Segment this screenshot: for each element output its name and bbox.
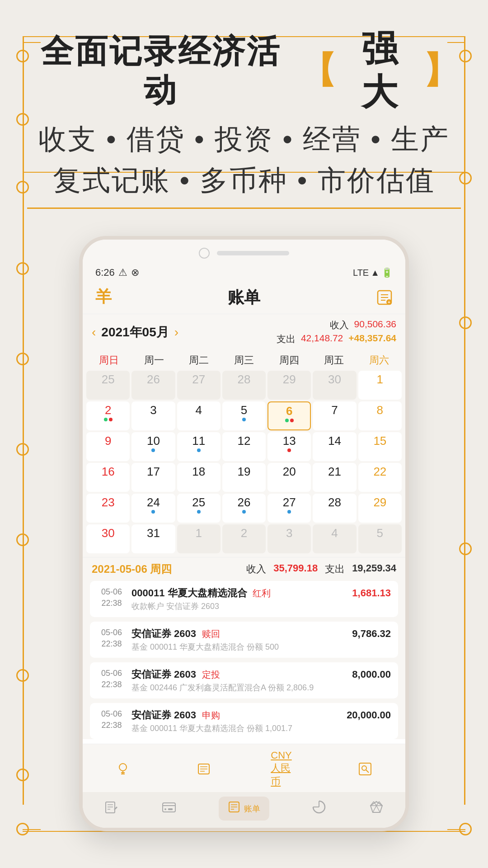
warning-icon: ⚠ [118, 267, 127, 278]
svg-point-16 [362, 766, 366, 770]
nav-bill-active[interactable]: 账单 [219, 797, 269, 821]
cal-cell[interactable]: 31 [131, 524, 175, 553]
cal-cell[interactable]: 12 [222, 432, 266, 461]
tx-sub: 基金 002446 广发利鑫灵活配置混合A 份额 2,806.9 [131, 682, 391, 693]
cal-cell[interactable]: 30 [86, 524, 130, 553]
headline-line2: 收支 • 借贷 • 投资 • 经营 • 生产 [27, 121, 461, 158]
cal-cell[interactable]: 5 [358, 524, 402, 553]
next-month-button[interactable]: › [174, 325, 178, 340]
tx-body: 安信证券 2603 定投 8,000.00 基金 002446 广发利鑫灵活配置… [131, 668, 391, 693]
accounts-icon [161, 799, 177, 818]
nav-edit[interactable] [104, 799, 119, 818]
tx-name: 安信证券 2603 [131, 669, 196, 680]
cal-cell[interactable]: 9 [86, 432, 130, 461]
sel-expense-label: 支出 [325, 562, 345, 576]
nav-bill[interactable]: 账单 [219, 797, 269, 821]
income-value: 90,506.36 [354, 319, 396, 331]
cal-cell[interactable]: 13 [267, 432, 311, 461]
balance-value: +48,357.64 [348, 333, 396, 345]
transaction-item[interactable]: 05-06 22:38 安信证券 2603 赎回 9,786.32 基金 000… [90, 622, 398, 658]
cal-cell[interactable]: 14 [313, 432, 356, 461]
nav-stats[interactable] [311, 799, 327, 818]
cal-cell[interactable]: 20 [267, 463, 311, 492]
bill-icon [228, 800, 240, 817]
svg-rect-25 [168, 808, 173, 810]
cal-cell[interactable]: 7 [313, 401, 356, 430]
cal-cell[interactable]: 28 [222, 371, 266, 400]
cal-cell[interactable]: 5 [222, 401, 266, 430]
cal-cell[interactable]: 17 [131, 463, 175, 492]
cal-cell[interactable]: 16 [86, 463, 130, 492]
nav-accounts[interactable] [161, 799, 177, 818]
cal-cell[interactable]: 29 [267, 371, 311, 400]
svg-rect-22 [163, 803, 175, 812]
cal-cell-today[interactable]: 6 [267, 401, 311, 430]
cal-cell[interactable]: 15 [358, 432, 402, 461]
nav-premium[interactable] [369, 799, 384, 818]
transaction-item[interactable]: 05-06 22:38 安信证券 2603 定投 8,000.00 基金 002… [90, 662, 398, 698]
headline-prefix: 全面记录经济活动 [27, 32, 295, 110]
currency-label[interactable]: CNY 人民币 [271, 750, 298, 788]
tx-name: 000011 华夏大盘精选混合 [131, 587, 247, 599]
cal-cell[interactable]: 2 [222, 524, 266, 553]
selected-date-stats: 收入 35,799.18 支出 19,259.34 [246, 562, 396, 576]
cal-cell[interactable]: 28 [313, 494, 356, 523]
cal-cell[interactable]: 10 [131, 432, 175, 461]
cal-cell[interactable]: 23 [86, 494, 130, 523]
transaction-list: 05-06 22:38 000011 华夏大盘精选混合 红利 1,681.13 … [83, 581, 405, 739]
cal-cell[interactable]: 19 [222, 463, 266, 492]
bottom-toolbar: CNY 人民币 [83, 744, 405, 792]
cal-cell[interactable]: 3 [131, 401, 175, 430]
transaction-item[interactable]: 05-06 22:38 安信证券 2603 申购 20,000.00 基金 00… [90, 703, 398, 739]
svg-text:+: + [388, 300, 390, 305]
search-button[interactable] [352, 762, 379, 776]
status-time: 6:26 [95, 267, 115, 278]
currency-button[interactable]: CNY 人民币 [271, 750, 298, 788]
tx-amount: 1,681.13 [352, 587, 391, 599]
cal-cell[interactable]: 26 [222, 494, 266, 523]
cal-cell[interactable]: 21 [313, 463, 356, 492]
cal-cell[interactable]: 4 [313, 524, 356, 553]
cal-cell[interactable]: 4 [177, 401, 221, 430]
cal-cell[interactable]: 26 [131, 371, 175, 400]
cal-cell[interactable]: 8 [358, 401, 402, 430]
svg-point-24 [164, 808, 166, 810]
cal-cell[interactable]: 27 [177, 371, 221, 400]
cal-cell[interactable]: 1 [358, 371, 402, 400]
sel-income-label: 收入 [246, 562, 266, 576]
weekday-tue: 周二 [176, 350, 221, 371]
cal-cell[interactable]: 30 [313, 371, 356, 400]
prev-month-button[interactable]: ‹ [92, 325, 96, 340]
svg-line-34 [373, 806, 376, 812]
cal-cell[interactable]: 24 [131, 494, 175, 523]
tx-time: 05-06 22:38 [97, 627, 126, 650]
edit-icon [104, 799, 119, 818]
cal-cell[interactable]: 11 [177, 432, 221, 461]
calendar: 周日 周一 周二 周三 周四 周五 周六 25 26 27 28 29 30 1… [83, 350, 405, 557]
app-logo[interactable]: 羊 [94, 286, 113, 309]
calendar-body[interactable]: 25 26 27 28 29 30 1 2 3 4 5 6 [86, 371, 402, 553]
headline-strong: 强大 [343, 27, 418, 114]
bulb-button[interactable] [109, 762, 136, 776]
transaction-item[interactable]: 05-06 22:38 000011 华夏大盘精选混合 红利 1,681.13 … [90, 581, 398, 617]
cal-cell[interactable]: 27 [267, 494, 311, 523]
cal-cell[interactable]: 25 [86, 371, 130, 400]
cal-cell[interactable]: 25 [177, 494, 221, 523]
cal-cell[interactable]: 1 [177, 524, 221, 553]
list-view-button[interactable] [190, 762, 217, 776]
svg-line-35 [376, 806, 380, 812]
cal-cell[interactable]: 2 [86, 401, 130, 430]
cal-cell[interactable]: 18 [177, 463, 221, 492]
svg-line-17 [366, 770, 369, 773]
bracket-close: 】 [423, 49, 461, 92]
new-record-button[interactable]: + [375, 288, 394, 307]
status-bar: 6:26 ⚠ ⊗ LTE ▲ 🔋 [83, 264, 405, 281]
cal-cell[interactable]: 3 [267, 524, 311, 553]
cal-cell[interactable]: 29 [358, 494, 402, 523]
bill-label: 账单 [244, 803, 260, 814]
tx-tag: 赎回 [202, 629, 220, 639]
tx-body: 安信证券 2603 赎回 9,786.32 基金 000011 华夏大盘精选混合… [131, 627, 391, 652]
signal-icon: ⊗ [131, 267, 139, 278]
weekday-thu: 周四 [267, 350, 312, 371]
cal-cell[interactable]: 22 [358, 463, 402, 492]
